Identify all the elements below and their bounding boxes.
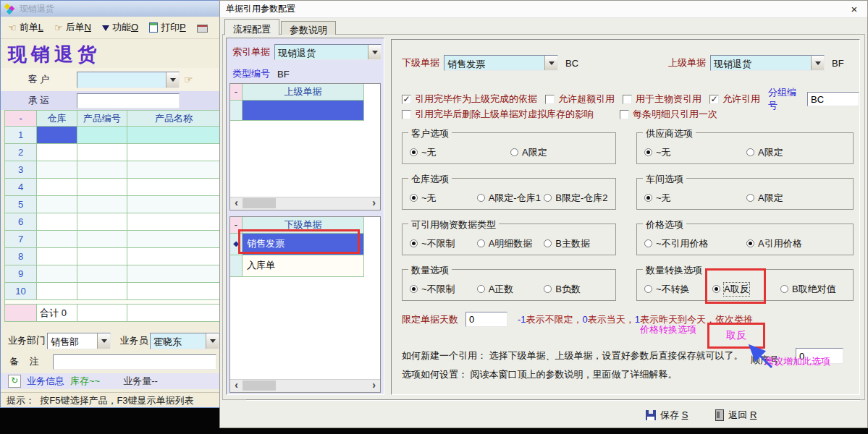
grid-cell[interactable] [77, 213, 127, 231]
grid-cell[interactable] [37, 213, 77, 231]
radio-option-~无[interactable]: ~无 [410, 146, 510, 159]
radio-option-~无[interactable]: ~无 [410, 192, 477, 205]
scroll-thumb[interactable] [243, 198, 276, 208]
grid-cell[interactable] [77, 196, 127, 213]
scroll-left-arrow-icon[interactable]: ‹ [230, 380, 243, 391]
radio-icon[interactable] [644, 194, 652, 202]
checkbox-box-icon[interactable]: ✓ [402, 95, 411, 104]
mini-grid-cell[interactable]: 销售发票 [243, 234, 364, 255]
table-row[interactable]: 7 [5, 231, 220, 248]
mini-grid-cell[interactable]: 入库单 [243, 255, 364, 277]
grid-cell[interactable] [127, 179, 220, 196]
checkbox-box-icon[interactable] [620, 110, 629, 119]
dropdown-arrow-icon[interactable] [368, 45, 381, 59]
radio-icon[interactable] [510, 148, 518, 156]
carrier-input[interactable] [77, 93, 180, 109]
checkbox-每条明细只引用一次[interactable]: 每条明细只引用一次 [620, 108, 717, 121]
grid-cell[interactable] [37, 161, 77, 179]
table-row[interactable]: 10 [5, 283, 220, 300]
upper-doc-grid[interactable]: -上级单据‹› [229, 83, 381, 210]
dropdown-arrow-icon[interactable] [206, 333, 219, 349]
horizontal-scrollbar[interactable]: ‹› [230, 197, 380, 210]
grid-cell[interactable] [77, 127, 127, 144]
grid-cell[interactable] [37, 283, 77, 300]
grid-cell[interactable] [77, 248, 127, 265]
grid-cell[interactable] [37, 265, 77, 283]
grid-cell[interactable] [77, 265, 127, 283]
radio-option-~无[interactable]: ~无 [644, 146, 746, 159]
grid-cell[interactable] [37, 231, 77, 248]
button-R[interactable]: 返回 R [715, 409, 757, 422]
checkbox-允许超额引用[interactable]: 允许超额引用 [545, 93, 615, 106]
grid-cell[interactable] [127, 144, 220, 161]
radio-icon[interactable] [712, 285, 720, 293]
radio-option-A限定-仓库1[interactable]: A限定-仓库1 [477, 192, 544, 205]
radio-option-A限定[interactable]: A限定 [510, 146, 611, 159]
radio-icon[interactable] [644, 239, 652, 247]
grid-cell[interactable] [37, 144, 77, 161]
radio-icon[interactable] [644, 285, 652, 293]
items-grid[interactable]: -仓库产品编号产品名称12345678910合计 0 [4, 110, 220, 322]
days-limit-input[interactable] [465, 312, 507, 327]
tab-流程配置[interactable]: 流程配置 [224, 19, 279, 35]
radio-icon[interactable] [477, 194, 485, 202]
close-icon[interactable]: × [841, 3, 867, 15]
radio-option-A正数[interactable]: A正数 [477, 283, 544, 296]
checkbox-引用完毕作为上级完成的依据[interactable]: ✓引用完毕作为上级完成的依据 [402, 93, 537, 106]
grid-cell[interactable] [77, 161, 127, 179]
radio-option-A限定[interactable]: A限定 [746, 146, 848, 159]
table-row[interactable]: 3 [5, 161, 220, 179]
grid-cell[interactable] [127, 196, 220, 213]
table-row[interactable]: 5 [5, 196, 220, 213]
toolbar-button-L[interactable]: ☜前单L [8, 21, 43, 34]
checkbox-引用完毕后删除上级单据对虚拟库存的影响[interactable]: 引用完毕后删除上级单据对虚拟库存的影响 [402, 108, 594, 121]
horizontal-scrollbar[interactable]: ‹› [230, 379, 380, 392]
dropdown-arrow-icon[interactable] [544, 56, 557, 70]
toolbar-button-N[interactable]: ☞后单N [54, 21, 91, 34]
radio-icon[interactable] [544, 285, 552, 293]
radio-option-B取绝对值[interactable]: B取绝对值 [780, 283, 848, 296]
checkbox-允许引用[interactable]: ✓允许引用 [709, 93, 760, 106]
table-row[interactable]: 9 [5, 265, 220, 283]
radio-icon[interactable] [780, 285, 788, 293]
radio-icon[interactable] [746, 148, 754, 156]
checkbox-box-icon[interactable]: ✓ [709, 95, 719, 104]
dialog-titlebar[interactable]: 单据引用参数配置 × [220, 1, 867, 18]
hand-pointer-icon[interactable]: ☞ [184, 74, 193, 85]
radio-icon[interactable] [644, 148, 652, 156]
toolbar-button-printer[interactable] [197, 23, 208, 33]
sequence-input[interactable] [796, 348, 843, 364]
radio-icon[interactable] [477, 285, 485, 293]
mini-grid-row[interactable] [230, 101, 380, 121]
business-info-link[interactable]: 业务信息 [27, 375, 64, 388]
grid-cell[interactable] [77, 179, 127, 196]
radio-option-B负数[interactable]: B负数 [544, 283, 611, 296]
checkbox-box-icon[interactable] [623, 95, 632, 104]
grid-cell[interactable] [37, 179, 77, 196]
refresh-icon[interactable]: ↻ [8, 375, 21, 388]
dropdown-arrow-icon[interactable] [166, 72, 179, 88]
radio-option-A引用价格[interactable]: A引用价格 [746, 237, 848, 250]
grid-cell[interactable] [127, 283, 220, 300]
table-row[interactable]: 2 [5, 144, 220, 161]
grid-cell[interactable] [127, 127, 220, 144]
dropdown-arrow-icon[interactable] [97, 333, 110, 349]
radio-icon[interactable] [410, 194, 418, 202]
table-row[interactable]: 6 [5, 213, 220, 231]
dropdown-arrow-icon[interactable] [811, 56, 824, 70]
remark-input[interactable] [53, 354, 216, 370]
department-combobox[interactable]: 销售部 [47, 333, 111, 349]
sup-doc-combobox[interactable]: 现销退货 [710, 55, 825, 71]
left-window-titlebar[interactable]: 现销退货 [1, 1, 219, 17]
radio-option-A明细数据[interactable]: A明细数据 [477, 237, 544, 250]
grid-cell[interactable] [127, 161, 220, 179]
sub-doc-combobox[interactable]: 销售发票 [444, 55, 558, 71]
table-row[interactable]: 4 [5, 179, 220, 196]
button-S[interactable]: 保存 S [646, 409, 688, 422]
grid-cell[interactable] [77, 144, 127, 161]
checkbox-box-icon[interactable] [402, 110, 411, 119]
scroll-left-arrow-icon[interactable]: ‹ [230, 197, 243, 209]
radio-option-~不转换[interactable]: ~不转换 [644, 283, 712, 296]
radio-option-~不限制[interactable]: ~不限制 [410, 237, 477, 250]
grid-cell[interactable] [77, 283, 127, 300]
